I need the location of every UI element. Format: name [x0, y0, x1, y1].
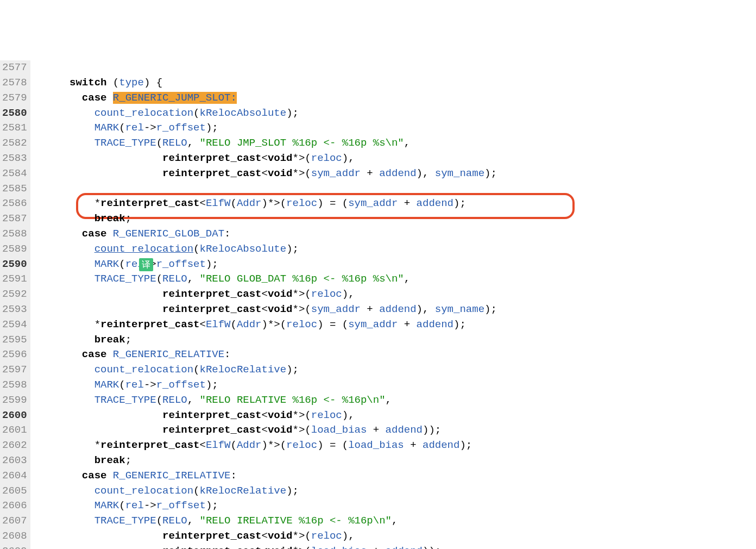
- code-token: reloc: [311, 152, 342, 164]
- code-token: [33, 213, 94, 224]
- code-token: +: [361, 303, 379, 315]
- code-token: (: [193, 364, 199, 376]
- code-token: reloc: [311, 288, 342, 300]
- line-number: 2581: [2, 121, 27, 136]
- code-token: [33, 243, 94, 255]
- code-token: reinterpret_cast: [162, 288, 261, 300]
- code-token: [33, 515, 94, 527]
- code-token: [33, 303, 162, 315]
- code-line: reinterpret_cast<void*>(load_bias + adde…: [33, 423, 756, 438]
- code-token: [33, 545, 162, 549]
- code-token: +: [367, 424, 385, 436]
- line-number: 2578: [2, 76, 27, 91]
- code-token: (: [193, 107, 199, 119]
- code-token: ,: [386, 394, 392, 406]
- line-number: 2593: [2, 302, 27, 317]
- code-token: <: [262, 303, 268, 315]
- line-number: 2601: [2, 423, 27, 438]
- code-token: "RELO IRELATIVE %16p <- %16p\n": [200, 515, 392, 527]
- code-line: *reinterpret_cast<ElfW(Addr)*>(reloc) = …: [33, 196, 756, 211]
- code-token: (: [230, 319, 236, 330]
- code-token: addend: [423, 439, 459, 451]
- code-token: [33, 122, 94, 134]
- code-line: reinterpret_cast<void*>(load_bias + adde…: [33, 544, 756, 549]
- line-number: 2599: [2, 393, 27, 408]
- code-token: addend: [379, 303, 416, 315]
- code-token: (: [193, 485, 199, 497]
- line-number: 2595: [2, 333, 27, 348]
- code-token: (: [156, 137, 162, 149]
- code-token: break: [94, 334, 125, 346]
- code-line: break;: [33, 333, 756, 348]
- code-token: );: [206, 258, 218, 270]
- code-area: switch (type) { case R_GENERIC_JUMP_SLOT…: [30, 60, 756, 549]
- code-token: addend: [386, 424, 423, 436]
- code-token: ));: [423, 545, 441, 549]
- code-token: [33, 334, 94, 346]
- code-token: (: [119, 379, 125, 391]
- code-line: count_relocation(kRelocAbsolute);: [33, 106, 756, 121]
- code-token: (: [156, 394, 162, 406]
- code-token: (: [193, 243, 199, 255]
- code-token: ElfW: [206, 439, 231, 451]
- code-token: reinterpret_cast: [162, 409, 261, 421]
- code-token: <: [262, 167, 268, 179]
- code-token: ->: [144, 379, 156, 391]
- line-number-gutter: 2577257825792580258125822583258425852586…: [0, 60, 30, 549]
- code-token: "RELO RELATIVE %16p <- %16p\n": [200, 394, 386, 406]
- code-line: MARK(rel->r_offset);: [33, 121, 756, 136]
- code-token: case: [82, 228, 107, 240]
- code-token: void: [268, 409, 293, 421]
- code-token: ),: [342, 409, 355, 421]
- line-number: 2592: [2, 287, 27, 302]
- code-token: );: [286, 485, 299, 497]
- code-token: ->: [144, 500, 156, 511]
- code-line: MARK(rel->r_offset);译: [33, 257, 756, 272]
- line-number: 2589: [2, 242, 27, 257]
- line-number: 2609: [2, 544, 27, 549]
- code-token: (: [119, 500, 125, 511]
- line-number: 2591: [2, 272, 27, 287]
- code-line: case R_GENERIC_JUMP_SLOT:: [33, 91, 756, 106]
- code-token: addend: [417, 197, 453, 209]
- code-token: *>(: [293, 167, 311, 179]
- code-line: reinterpret_cast<void*>(sym_addr + adden…: [33, 302, 756, 317]
- code-token: );: [206, 122, 218, 134]
- code-line: [33, 182, 756, 197]
- code-token: <: [199, 319, 205, 330]
- code-token: ElfW: [206, 197, 231, 209]
- code-line: TRACE_TYPE(RELO, "RELO GLOB_DAT %16p <- …: [33, 272, 756, 287]
- code-token: kRelocAbsolute: [199, 107, 286, 119]
- line-number: 2584: [2, 166, 27, 182]
- code-line: [33, 60, 756, 76]
- code-token: (: [230, 439, 236, 451]
- code-token: kRelocAbsolute: [199, 243, 286, 255]
- code-token: void: [268, 530, 293, 542]
- code-token: *>(: [293, 288, 311, 300]
- code-token: RELO: [162, 515, 187, 527]
- code-token: <: [262, 288, 268, 300]
- code-token: ->: [144, 122, 156, 134]
- line-number: 2607: [2, 514, 27, 529]
- code-token: Addr: [237, 319, 262, 330]
- code-token: ;: [125, 213, 131, 224]
- code-token: );: [286, 364, 299, 376]
- line-number: 2590: [2, 257, 27, 272]
- line-number: 2577: [2, 60, 27, 76]
- code-token: MARK: [94, 258, 119, 270]
- code-token: )*>(: [262, 319, 287, 330]
- line-number: 2580: [2, 106, 27, 121]
- line-number: 2583: [2, 151, 27, 166]
- line-number: 2588: [2, 227, 27, 242]
- code-token: void: [268, 152, 293, 164]
- code-token: )*>(: [262, 439, 287, 451]
- code-token: [33, 470, 82, 482]
- code-token: reinterpret_cast: [162, 167, 261, 179]
- code-line: count_relocation(kRelocAbsolute);: [33, 242, 756, 257]
- code-line: break;: [33, 453, 756, 469]
- code-token: Addr: [237, 439, 262, 451]
- code-line: TRACE_TYPE(RELO, "RELO IRELATIVE %16p <-…: [33, 514, 756, 529]
- code-token: RELO: [162, 273, 187, 285]
- code-token: *>(: [293, 530, 311, 542]
- code-token: addend: [386, 545, 423, 549]
